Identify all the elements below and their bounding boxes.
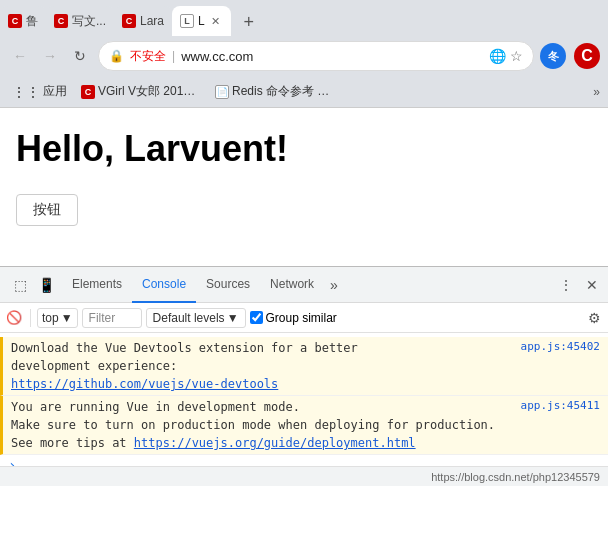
status-url: https://blog.csdn.net/php12345579 (431, 471, 600, 483)
tab-elements-label: Elements (72, 277, 122, 291)
console-settings-icon[interactable]: ⚙ (584, 308, 604, 328)
bookmarks-more[interactable]: » (593, 85, 600, 99)
tab-3-label: Lara (140, 14, 164, 28)
devtools-close-button[interactable]: ✕ (580, 273, 604, 297)
tab-network[interactable]: Network (260, 267, 324, 303)
tab-4-active[interactable]: L L ✕ (172, 6, 231, 36)
translate-icon[interactable]: 🌐 (489, 48, 506, 64)
new-tab-button[interactable]: + (235, 8, 263, 36)
console-prompt: › (0, 455, 608, 466)
devtools-right-controls: ⋮ ✕ (554, 273, 604, 297)
group-similar-checkbox-group[interactable]: Group similar (250, 311, 337, 325)
console-msg-1: You are running Vue in development mode.… (11, 398, 513, 452)
devtools-panel: ⬚ 📱 Elements Console Sources Network » ⋮… (0, 266, 608, 486)
console-msg-0: Download the Vue Devtools extension for … (11, 339, 513, 393)
levels-select[interactable]: Default levels ▼ (146, 308, 246, 328)
address-text: www.cc.com (181, 49, 483, 64)
tab-1-label: 鲁 (26, 13, 38, 30)
bm-redis-favicon: 📄 (215, 85, 229, 99)
devtools-device-button[interactable]: 📱 (34, 273, 58, 297)
star-icon[interactable]: ☆ (510, 48, 523, 64)
bm-redis-label: Redis 命令参考 — R... (232, 83, 333, 100)
clear-console-icon[interactable]: 🚫 (4, 308, 24, 328)
tab-3-favicon: C (122, 14, 136, 28)
vue-devtools-link[interactable]: https://github.com/vuejs/vue-devtools (11, 377, 278, 391)
console-entry-1-source[interactable]: app.js:45411 (521, 398, 600, 415)
back-button[interactable]: ← (8, 44, 32, 68)
tab-1-favicon: C (8, 14, 22, 28)
profile-button[interactable]: 冬 (540, 43, 566, 69)
tab-4-label: L (198, 14, 205, 28)
tab-sources-label: Sources (206, 277, 250, 291)
tab-2-favicon: C (54, 14, 68, 28)
browser-chrome: C 鲁 C 写文... C Lara L L ✕ + ← → ↻ 🔒 不安全 | (0, 0, 608, 108)
tab-4-favicon: L (180, 14, 194, 28)
toolbar-divider-1 (30, 309, 31, 327)
bm-vgirl-label: VGirl V女郎 2015-0... (98, 83, 199, 100)
page-title: Hello, Larvuent! (16, 128, 592, 170)
group-similar-label: Group similar (266, 311, 337, 325)
levels-label: Default levels (153, 311, 225, 325)
status-bar: https://blog.csdn.net/php12345579 (0, 466, 608, 486)
address-bar: ← → ↻ 🔒 不安全 | www.cc.com 🌐 ☆ 冬 C (0, 36, 608, 76)
apps-label: 应用 (43, 83, 67, 100)
more-button[interactable]: C (574, 43, 600, 69)
tab-sources[interactable]: Sources (196, 267, 260, 303)
insecure-label: 不安全 (130, 48, 166, 65)
tab-1[interactable]: C 鲁 (0, 6, 46, 36)
filter-placeholder: Filter (89, 311, 116, 325)
filter-input[interactable]: Filter (82, 308, 142, 328)
devtools-more-tabs[interactable]: » (324, 277, 344, 293)
chinese-button[interactable]: 按钮 (16, 194, 78, 226)
deployment-link[interactable]: https://vuejs.org/guide/deployment.html (134, 436, 416, 450)
bookmarks-bar: ⋮⋮ 应用 C VGirl V女郎 2015-0... 📄 Redis 命令参考… (0, 76, 608, 108)
tab-3[interactable]: C Lara (114, 6, 172, 36)
address-icons: 🌐 ☆ (489, 48, 523, 64)
devtools-tabs: ⬚ 📱 Elements Console Sources Network » ⋮… (0, 267, 608, 303)
bookmark-redis[interactable]: 📄 Redis 命令参考 — R... (209, 81, 339, 102)
group-similar-checkbox[interactable] (250, 311, 263, 324)
page-content: Hello, Larvuent! 按钮 (0, 108, 608, 266)
tab-console-label: Console (142, 277, 186, 291)
apps-bookmark[interactable]: ⋮⋮ 应用 (8, 81, 71, 102)
tab-2[interactable]: C 写文... (46, 6, 114, 36)
console-entry-1: You are running Vue in development mode.… (0, 396, 608, 455)
devtools-icons-left: ⬚ 📱 (4, 273, 62, 297)
reload-button[interactable]: ↻ (68, 44, 92, 68)
console-entry-0: Download the Vue Devtools extension for … (0, 337, 608, 396)
tab-console[interactable]: Console (132, 267, 196, 303)
devtools-inspect-button[interactable]: ⬚ (8, 273, 32, 297)
tab-2-label: 写文... (72, 13, 106, 30)
prompt-arrow-icon: › (8, 457, 16, 466)
bm-vgirl-favicon: C (81, 85, 95, 99)
grid-icon: ⋮⋮ (12, 84, 40, 100)
levels-chevron: ▼ (227, 311, 239, 325)
context-label: top (42, 311, 59, 325)
context-chevron: ▼ (61, 311, 73, 325)
tab-bar: C 鲁 C 写文... C Lara L L ✕ + (0, 0, 608, 36)
console-entry-0-source[interactable]: app.js:45402 (521, 339, 600, 356)
tab-network-label: Network (270, 277, 314, 291)
context-select[interactable]: top ▼ (37, 308, 78, 328)
console-output: Download the Vue Devtools extension for … (0, 333, 608, 466)
console-toolbar: 🚫 top ▼ Filter Default levels ▼ Group si… (0, 303, 608, 333)
bookmark-vgirl[interactable]: C VGirl V女郎 2015-0... (75, 81, 205, 102)
devtools-menu-button[interactable]: ⋮ (554, 273, 578, 297)
address-input-wrap[interactable]: 🔒 不安全 | www.cc.com 🌐 ☆ (98, 41, 534, 71)
security-icon: 🔒 (109, 49, 124, 63)
address-separator: | (172, 49, 175, 63)
tab-elements[interactable]: Elements (62, 267, 132, 303)
forward-button[interactable]: → (38, 44, 62, 68)
tab-4-close[interactable]: ✕ (209, 14, 223, 28)
